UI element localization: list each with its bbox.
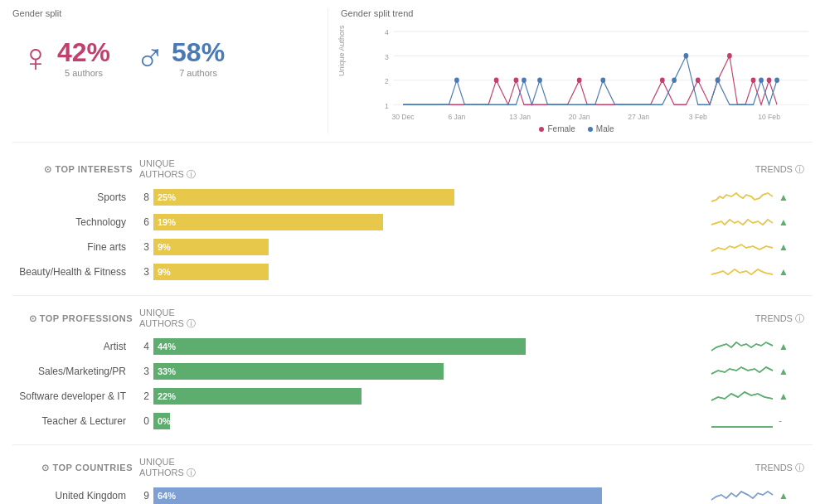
row-count: 8 xyxy=(133,191,149,203)
trend-legend: Female Male xyxy=(341,124,813,133)
table-row: Sales/Marketing/PR 3 33% ▲ xyxy=(12,361,813,381)
bar-container: 64% xyxy=(153,487,701,504)
bar-label: 19% xyxy=(158,217,176,227)
svg-point-16 xyxy=(514,78,519,84)
gender-icons: ♀ 42% 5 authors ♂ 58% 7 authors xyxy=(12,25,328,90)
professions-section: ⊙ TOP PROFESSIONS UNIQUE AUTHORS ⓘ TREND… xyxy=(12,304,813,445)
svg-point-29 xyxy=(684,53,689,59)
gender-female: ♀ 42% 5 authors xyxy=(21,37,110,78)
row-label: Sports xyxy=(12,191,133,203)
interests-unique-label: UNIQUE AUTHORS ⓘ xyxy=(139,158,206,181)
gender-split-title: Gender split xyxy=(12,8,328,18)
row-count: 3 xyxy=(133,366,149,377)
trend-chart-svg: 4 3 2 1 30 Dec 6 Jan 13 Jan 20 Jan 27 Ja… xyxy=(370,22,813,122)
svg-text:1: 1 xyxy=(385,101,389,110)
countries-unique-label: UNIQUE AUTHORS ⓘ xyxy=(139,457,206,479)
male-stats: 58% 7 authors xyxy=(172,37,225,78)
svg-text:2: 2 xyxy=(385,77,389,86)
bar: 25% xyxy=(153,189,454,206)
interests-header: ⊙ TOP INTERESTS UNIQUE AUTHORS ⓘ TRENDS … xyxy=(12,155,813,187)
svg-point-24 xyxy=(454,78,459,84)
bar-label: 9% xyxy=(158,267,171,277)
bar-label: 64% xyxy=(158,491,176,501)
interests-trends-label: TRENDS ⓘ xyxy=(755,163,813,176)
row-count: 9 xyxy=(133,490,149,502)
svg-point-26 xyxy=(537,78,542,84)
svg-text:10 Feb: 10 Feb xyxy=(758,112,780,121)
svg-text:4: 4 xyxy=(385,28,389,37)
svg-text:27 Jan: 27 Jan xyxy=(628,112,649,121)
row-count: 3 xyxy=(133,241,149,253)
interests-section-label: ⊙ TOP INTERESTS xyxy=(12,164,133,175)
row-label: Fine arts xyxy=(12,241,133,253)
professions-unique-label: UNIQUE AUTHORS ⓘ xyxy=(139,308,206,330)
bar-label: 44% xyxy=(158,342,176,351)
bar: 33% xyxy=(153,363,444,380)
bar: 0% xyxy=(153,413,170,429)
bar-label: 22% xyxy=(158,391,176,401)
bar-container: 25% xyxy=(153,189,701,206)
table-row: United Kingdom 9 64% ▲ xyxy=(12,486,813,504)
bar: 19% xyxy=(153,214,383,230)
y-axis-label: Unique Authors xyxy=(337,25,346,76)
svg-point-15 xyxy=(494,78,499,84)
row-label: Artist xyxy=(12,341,133,352)
female-legend-label: Female xyxy=(547,124,575,133)
interests-rows: Sports 8 25% ▲ Technology 6 19% ▲ xyxy=(12,187,813,282)
bar-container: 0% xyxy=(153,413,701,429)
bar-container: 33% xyxy=(153,363,701,380)
male-dot xyxy=(588,127,593,132)
row-count: 2 xyxy=(133,390,149,402)
row-label: Software developer & IT xyxy=(12,390,133,402)
male-legend-label: Male xyxy=(596,124,614,133)
trend-sparkline: - xyxy=(709,412,792,430)
svg-point-18 xyxy=(660,78,665,84)
bar-label: 9% xyxy=(158,242,171,252)
table-row: Sports 8 25% ▲ xyxy=(12,187,813,207)
row-label: United Kingdom xyxy=(12,490,133,502)
trend-sparkline: ▲ xyxy=(709,263,792,281)
female-icon: ♀ xyxy=(21,38,51,78)
countries-trends-label: TRENDS ⓘ xyxy=(755,462,813,474)
svg-point-17 xyxy=(577,78,582,84)
gender-male: ♂ 58% 7 authors xyxy=(135,37,225,78)
bar: 64% xyxy=(153,487,602,504)
svg-point-21 xyxy=(727,53,732,59)
countries-rows: United Kingdom 9 64% ▲ United States 4 2… xyxy=(12,486,813,504)
svg-point-28 xyxy=(672,78,677,84)
row-label: Technology xyxy=(12,216,133,228)
table-row: Fine arts 3 9% ▲ xyxy=(12,237,813,257)
bar-container: 22% xyxy=(153,388,701,405)
trend-sparkline: ▲ xyxy=(709,362,792,380)
svg-text:3: 3 xyxy=(385,52,389,61)
professions-section-label: ⊙ TOP PROFESSIONS xyxy=(12,313,133,324)
trend-sparkline: ▲ xyxy=(709,387,792,405)
gender-trend-panel: Gender split trend Unique Authors 4 3 2 xyxy=(328,8,813,133)
main-container: Gender split ♀ 42% 5 authors ♂ 58% 7 aut… xyxy=(0,0,825,504)
bar-label: 25% xyxy=(158,192,176,202)
trend-arrow: ▲ xyxy=(779,216,789,228)
svg-point-32 xyxy=(774,78,779,84)
female-authors: 5 authors xyxy=(57,68,110,78)
trend-sparkline: ▲ xyxy=(709,487,792,504)
countries-section: ⊙ TOP COUNTRIES UNIQUE AUTHORS ⓘ TRENDS … xyxy=(12,453,813,504)
svg-text:20 Jan: 20 Jan xyxy=(569,112,590,121)
countries-section-label: ⊙ TOP COUNTRIES xyxy=(12,463,133,473)
table-row: Software developer & IT 2 22% ▲ xyxy=(12,386,813,406)
svg-text:3 Feb: 3 Feb xyxy=(689,112,707,121)
professions-header: ⊙ TOP PROFESSIONS UNIQUE AUTHORS ⓘ TREND… xyxy=(12,304,813,337)
female-dot xyxy=(539,127,544,132)
gender-split-panel: Gender split ♀ 42% 5 authors ♂ 58% 7 aut… xyxy=(12,8,328,133)
bar-container: 19% xyxy=(153,214,701,230)
table-row: Technology 6 19% ▲ xyxy=(12,212,813,232)
svg-text:13 Jan: 13 Jan xyxy=(509,112,531,121)
bar-label: 0% xyxy=(158,416,171,426)
male-legend: Male xyxy=(588,124,614,133)
trend-sparkline: ▲ xyxy=(709,337,792,356)
professions-rows: Artist 4 44% ▲ Sales/Marketing/PR 3 33% xyxy=(12,337,813,431)
top-section: Gender split ♀ 42% 5 authors ♂ 58% 7 aut… xyxy=(12,8,813,143)
bar: 9% xyxy=(153,264,269,280)
svg-point-23 xyxy=(767,78,772,84)
row-count: 3 xyxy=(133,266,149,278)
svg-point-19 xyxy=(696,78,701,84)
